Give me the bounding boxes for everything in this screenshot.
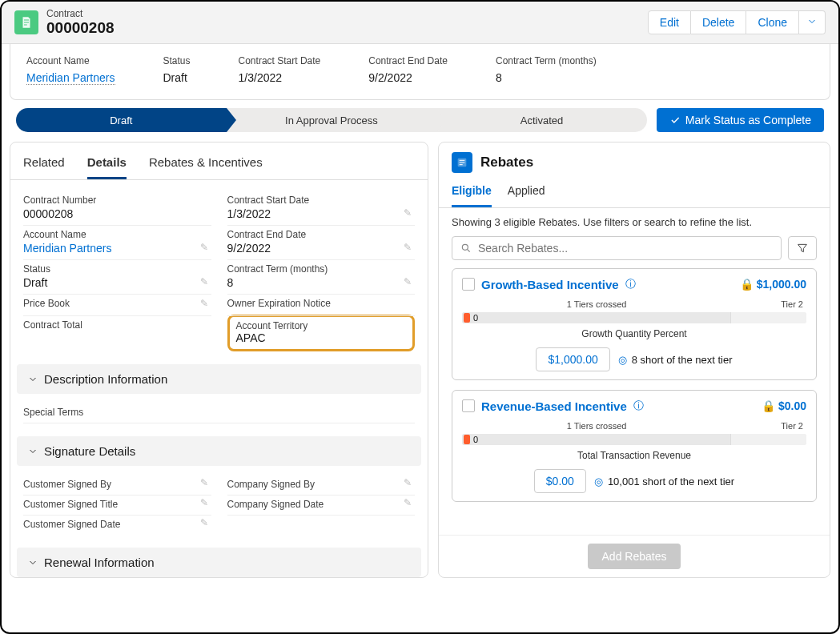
details-panel: Related Details Rebates & Incentives Con… [10, 142, 428, 578]
short-text: 8 short of the next tier [632, 354, 733, 366]
tier-2-label: Tier 2 [728, 299, 803, 309]
chevron-down-icon [28, 558, 38, 568]
filter-icon [796, 242, 809, 255]
label: Customer Signed Title [23, 499, 211, 510]
section-signature[interactable]: Signature Details [17, 436, 421, 466]
value: Draft [23, 275, 211, 289]
edit-icon[interactable]: ✎ [200, 517, 208, 528]
subtab-applied[interactable]: Applied [508, 179, 545, 207]
rebate-card: Growth-Based Incentive ⓘ 🔒$1,000.00 1 Ti… [452, 268, 817, 380]
path-row: Draft In Approval Process Activated Mark… [2, 108, 838, 142]
label: Contract Term (months) [496, 55, 597, 66]
search-input[interactable] [478, 242, 773, 255]
path-step-approval[interactable]: In Approval Process [227, 108, 437, 132]
account-link[interactable]: Meridian Partners [23, 240, 211, 255]
label: Account Territory [236, 320, 407, 331]
edit-icon[interactable]: ✎ [404, 276, 412, 287]
value: 00000208 [23, 206, 211, 220]
label: Owner Expiration Notice [227, 298, 416, 309]
edit-icon[interactable]: ✎ [404, 207, 412, 219]
tabset: Related Details Rebates & Incentives [10, 142, 428, 180]
filter-button[interactable] [788, 236, 817, 260]
value: 1/3/2022 [239, 71, 321, 84]
path-step-activated[interactable]: Activated [436, 108, 647, 132]
label: Contract Term (months) [227, 263, 416, 275]
label: Contract Total [23, 319, 211, 331]
check-icon [669, 114, 681, 126]
short-text: 10,001 short of the next tier [608, 476, 734, 488]
record-header: Contract 00000208 Edit Delete Clone [2, 2, 838, 44]
info-icon[interactable]: ⓘ [633, 399, 644, 413]
edit-icon[interactable]: ✎ [200, 497, 208, 508]
status-path: Draft In Approval Process Activated [16, 108, 647, 132]
svg-point-1 [462, 244, 468, 250]
value [227, 309, 416, 311]
subtab-eligible[interactable]: Eligible [452, 179, 492, 207]
label: Contract Number [23, 195, 211, 206]
rebate-checkbox[interactable] [462, 399, 475, 412]
progress-bar: 0 [462, 434, 806, 445]
info-icon[interactable]: ⓘ [625, 277, 636, 291]
edit-icon[interactable]: ✎ [200, 242, 208, 253]
panel-title: Rebates [480, 154, 533, 171]
delete-button[interactable]: Delete [691, 10, 746, 34]
price-button[interactable]: $0.00 [534, 469, 586, 493]
search-row [439, 236, 830, 268]
clone-button[interactable]: Clone [746, 10, 799, 34]
tab-details[interactable]: Details [87, 150, 127, 179]
metric-label: Total Transaction Revenue [462, 450, 806, 461]
mark-label: Mark Status as Complete [685, 114, 811, 126]
value [23, 331, 211, 332]
highlighted-territory: Account Territory APAC [227, 315, 416, 351]
account-name-link[interactable]: Meridian Partners [26, 71, 115, 85]
rebates-count-text: Showing 3 eligible Rebates. Use filters … [439, 208, 830, 236]
details-grid: Contract Number00000208 Contract Start D… [10, 180, 428, 358]
rebates-panel: Rebates Eligible Applied Showing 3 eligi… [438, 142, 830, 578]
edit-icon[interactable]: ✎ [200, 276, 208, 287]
tier-2-label: Tier 2 [728, 421, 803, 431]
label: Contract Start Date [227, 195, 416, 206]
tab-rebates[interactable]: Rebates & Incentives [149, 150, 263, 179]
rebate-name-link[interactable]: Growth-Based Incentive [481, 278, 619, 291]
label: Contract End Date [227, 229, 416, 240]
value: 8 [496, 71, 597, 84]
more-actions-button[interactable] [799, 10, 826, 34]
section-title: Description Information [44, 372, 167, 386]
label: Account Name [26, 55, 115, 66]
label: Status [163, 55, 191, 66]
mark-complete-button[interactable]: Mark Status as Complete [657, 108, 824, 132]
rebate-card: Revenue-Based Incentive ⓘ 🔒$0.00 1 Tiers… [452, 390, 817, 502]
label: Special Terms [23, 407, 415, 418]
value: APAC [236, 331, 407, 344]
progress-value: 0 [473, 434, 478, 445]
edit-icon[interactable]: ✎ [404, 477, 412, 488]
edit-icon[interactable]: ✎ [404, 242, 412, 253]
rebate-name-link[interactable]: Revenue-Based Incentive [481, 399, 627, 413]
rebates-subtabs: Eligible Applied [439, 179, 830, 208]
target-icon: ◎ [618, 354, 627, 366]
rebate-amount: 🔒$1,000.00 [740, 278, 806, 291]
edit-icon[interactable]: ✎ [404, 497, 412, 508]
columns: Related Details Rebates & Incentives Con… [2, 142, 838, 586]
section-renewal[interactable]: Renewal Information [17, 548, 421, 577]
value [23, 309, 211, 311]
search-input-wrapper[interactable] [452, 236, 782, 260]
progress-value: 0 [473, 312, 478, 323]
label: Account Name [23, 229, 211, 240]
section-title: Renewal Information [44, 556, 155, 569]
add-rebates-row: Add Rebates [439, 535, 830, 577]
target-icon: ◎ [594, 476, 603, 488]
value: 9/2/2022 [227, 240, 416, 255]
path-step-draft[interactable]: Draft [16, 108, 227, 132]
price-button[interactable]: $1,000.00 [536, 347, 609, 371]
chevron-down-icon [28, 375, 38, 384]
edit-button[interactable]: Edit [648, 10, 691, 34]
tab-related[interactable]: Related [23, 150, 65, 179]
label: Contract Start Date [239, 55, 321, 66]
section-description[interactable]: Description Information [17, 364, 421, 394]
add-rebates-button[interactable]: Add Rebates [588, 544, 681, 569]
chevron-down-icon [807, 17, 817, 26]
edit-icon[interactable]: ✎ [200, 298, 208, 309]
edit-icon[interactable]: ✎ [200, 477, 208, 488]
rebate-checkbox[interactable] [462, 278, 475, 291]
